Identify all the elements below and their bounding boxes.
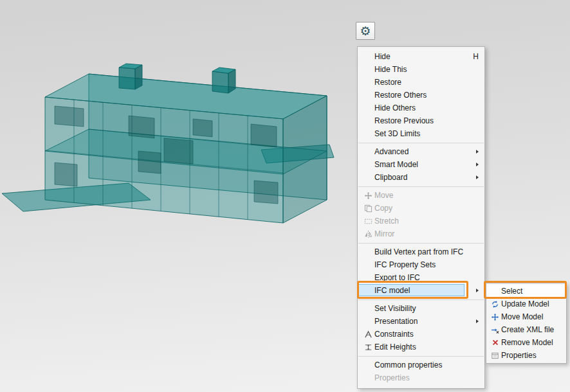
menu-item-smart-model[interactable]: Smart Model bbox=[358, 158, 484, 171]
submenu-arrow-icon bbox=[476, 319, 479, 323]
label: Common properties bbox=[374, 361, 479, 370]
menu-separator bbox=[358, 186, 484, 187]
gear-icon: ⚙ bbox=[360, 24, 371, 39]
label: Hide bbox=[374, 52, 466, 61]
submenu-arrow-icon bbox=[476, 150, 479, 154]
label: Set Visibility bbox=[374, 304, 479, 313]
label: Restore bbox=[374, 78, 479, 87]
update-model-icon bbox=[489, 300, 501, 308]
create-xml-icon bbox=[489, 326, 501, 334]
label: Build Vertex part from IFC bbox=[374, 247, 479, 256]
label: IFC model bbox=[374, 286, 471, 295]
label: Remove Model bbox=[501, 338, 562, 347]
menu-item-ifc-property-sets[interactable]: IFC Property Sets bbox=[358, 258, 484, 271]
submenu-arrow-icon bbox=[476, 289, 479, 292]
remove-model-icon bbox=[489, 339, 501, 346]
menu-item-hide-this[interactable]: Hide This bbox=[358, 63, 484, 76]
label: Move bbox=[374, 191, 479, 200]
label: Presentation bbox=[374, 317, 471, 326]
label: Select bbox=[501, 287, 562, 296]
label: Copy bbox=[374, 204, 479, 213]
menu-separator bbox=[358, 243, 484, 244]
properties-icon bbox=[489, 352, 501, 360]
label: Constraints bbox=[374, 330, 479, 339]
edit-heights-icon bbox=[362, 343, 374, 352]
menu-item-presentation[interactable]: Presentation bbox=[358, 315, 484, 328]
menu-item-stretch: Stretch bbox=[358, 215, 484, 227]
menu-item-hide-others[interactable]: Hide Others bbox=[358, 102, 484, 114]
3d-building-model[interactable] bbox=[0, 55, 335, 242]
context-menu: Hide H Hide This Restore Restore Others … bbox=[357, 46, 485, 389]
menu-item-constraints[interactable]: Constraints bbox=[358, 328, 484, 341]
label: Advanced bbox=[374, 147, 471, 156]
menu-item-restore-previous[interactable]: Restore Previous bbox=[358, 114, 484, 127]
submenu-item-properties[interactable]: Properties bbox=[486, 349, 566, 362]
label: Hide This bbox=[374, 65, 479, 74]
ifc-model-submenu: Select Update Model Move Model Create XM… bbox=[486, 283, 567, 364]
copy-icon bbox=[362, 204, 374, 213]
label: Properties bbox=[374, 373, 479, 382]
label: Create XML file bbox=[501, 325, 562, 334]
mirror-icon bbox=[362, 230, 374, 238]
label: Export to IFC bbox=[374, 273, 479, 282]
submenu-item-select[interactable]: Select bbox=[486, 285, 566, 298]
menu-item-restore[interactable]: Restore bbox=[358, 76, 484, 89]
label: Restore Others bbox=[374, 91, 479, 100]
label: Edit Heights bbox=[374, 343, 479, 352]
menu-item-set-visibility[interactable]: Set Visibility bbox=[358, 302, 484, 315]
label: Hide Others bbox=[374, 103, 479, 112]
label: Update Model bbox=[501, 299, 562, 308]
menu-item-common-properties[interactable]: Common properties bbox=[358, 359, 484, 371]
label: Restore Previous bbox=[374, 116, 479, 125]
menu-item-edit-heights[interactable]: Edit Heights bbox=[358, 341, 484, 353]
submenu-item-move-model[interactable]: Move Model bbox=[486, 310, 566, 323]
label: Set 3D Limits bbox=[374, 129, 479, 138]
menu-item-properties: Properties bbox=[358, 371, 484, 384]
label: IFC Property Sets bbox=[374, 260, 479, 269]
constraints-icon bbox=[362, 330, 374, 339]
submenu-item-remove-model[interactable]: Remove Model bbox=[486, 336, 566, 349]
gear-button[interactable]: ⚙ bbox=[356, 22, 375, 40]
shortcut-hint: H bbox=[473, 52, 479, 61]
menu-item-set-3d-limits[interactable]: Set 3D Limits bbox=[358, 127, 484, 140]
menu-item-move: Move bbox=[358, 189, 484, 202]
menu-item-build-vertex-part-from-ifc[interactable]: Build Vertex part from IFC bbox=[358, 245, 484, 258]
menu-item-hide[interactable]: Hide H bbox=[358, 50, 484, 63]
submenu-item-update-model[interactable]: Update Model bbox=[486, 298, 566, 310]
label: Properties bbox=[501, 351, 562, 360]
stretch-icon bbox=[362, 217, 374, 226]
menu-separator bbox=[358, 143, 484, 143]
submenu-item-create-xml-file[interactable]: Create XML file bbox=[486, 323, 566, 336]
menu-item-export-to-ifc[interactable]: Export to IFC bbox=[358, 271, 484, 284]
submenu-arrow-icon bbox=[476, 163, 479, 166]
move-icon bbox=[362, 192, 374, 200]
label: Smart Model bbox=[374, 160, 471, 169]
move-model-icon bbox=[489, 313, 501, 321]
label: Stretch bbox=[374, 217, 479, 226]
menu-item-ifc-model[interactable]: IFC model bbox=[358, 284, 484, 297]
menu-item-advanced[interactable]: Advanced bbox=[358, 145, 484, 158]
menu-item-mirror: Mirror bbox=[358, 227, 484, 240]
submenu-arrow-icon bbox=[476, 175, 479, 179]
label: Mirror bbox=[374, 229, 479, 238]
label: Move Model bbox=[501, 312, 562, 321]
menu-separator bbox=[358, 299, 484, 300]
label: Clipboard bbox=[374, 173, 471, 182]
menu-item-copy: Copy bbox=[358, 202, 484, 215]
menu-item-clipboard[interactable]: Clipboard bbox=[358, 171, 484, 184]
menu-separator bbox=[358, 356, 484, 357]
menu-item-restore-others[interactable]: Restore Others bbox=[358, 89, 484, 102]
